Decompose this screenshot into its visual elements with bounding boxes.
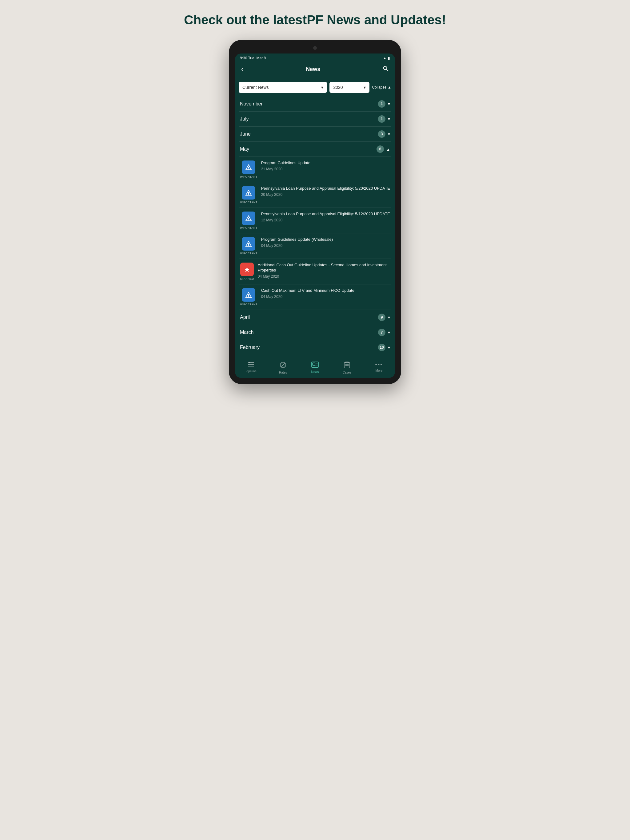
- nav-news[interactable]: News: [299, 362, 331, 374]
- news-title-5: Additional Cash Out Guideline Updates - …: [258, 262, 390, 273]
- news-icon-wrap-1: IMPORTANT: [240, 161, 258, 178]
- news-tag-4: IMPORTANT: [240, 252, 258, 255]
- nav-pipeline[interactable]: Pipeline: [235, 362, 267, 374]
- wifi-icon: ▲: [383, 56, 387, 60]
- month-february-right: 10: [378, 344, 390, 351]
- month-november-badge: 1: [378, 100, 385, 107]
- month-july-chevron: [388, 117, 390, 122]
- year-label: 2020: [333, 85, 343, 90]
- collapse-button[interactable]: Collapse: [372, 85, 391, 90]
- month-july[interactable]: July 1: [239, 112, 391, 127]
- news-item-6[interactable]: IMPORTANT Cash Out Maximum LTV and Minim…: [239, 284, 391, 310]
- year-dropdown[interactable]: 2020 ▾: [329, 82, 369, 93]
- month-may-label: May: [240, 146, 249, 152]
- device-camera: [313, 46, 317, 50]
- nav-more[interactable]: ••• More: [363, 362, 395, 374]
- rates-icon: [280, 362, 287, 370]
- news-icon-starred-5: [240, 262, 254, 276]
- news-icon: [311, 362, 319, 369]
- news-date-6: 04 May 2020: [261, 295, 390, 299]
- news-icon-important-2: [242, 186, 255, 199]
- pipeline-label: Pipeline: [245, 369, 256, 373]
- content-area: Current News ▾ 2020 ▾ Collapse November …: [235, 78, 395, 359]
- news-date-3: 12 May 2020: [261, 218, 390, 222]
- month-april-label: April: [240, 314, 250, 320]
- month-april-right: 9: [378, 314, 390, 321]
- month-november-label: November: [240, 101, 263, 107]
- month-june[interactable]: June 3: [239, 127, 391, 142]
- month-march[interactable]: March 7: [239, 325, 391, 340]
- svg-rect-25: [344, 363, 350, 368]
- nav-rates[interactable]: Rates: [267, 362, 299, 374]
- month-may-right: 6: [377, 145, 390, 153]
- svg-point-19: [283, 366, 285, 366]
- news-icon-wrap-2: IMPORTANT: [240, 186, 258, 204]
- news-title-2: Pennsylvania Loan Purpose and Appraisal …: [261, 186, 390, 191]
- news-item-5[interactable]: STARRED Additional Cash Out Guideline Up…: [239, 259, 391, 284]
- back-button[interactable]: ‹: [240, 64, 245, 74]
- svg-point-7: [248, 220, 249, 221]
- month-june-right: 3: [378, 130, 390, 138]
- news-label: News: [311, 370, 319, 374]
- news-date-1: 21 May 2020: [261, 167, 390, 171]
- category-chevron: ▾: [321, 85, 323, 90]
- category-dropdown[interactable]: Current News ▾: [239, 82, 327, 93]
- more-label: More: [375, 369, 383, 373]
- news-icon-wrap-5: STARRED: [240, 262, 254, 280]
- month-may-chevron: [386, 147, 390, 152]
- month-november[interactable]: November 1: [239, 96, 391, 112]
- news-icon-wrap-3: IMPORTANT: [240, 212, 258, 229]
- month-july-label: July: [240, 116, 249, 122]
- news-title-4: Program Guidelines Update (Wholesale): [261, 237, 390, 242]
- news-icon-important-4: [242, 237, 255, 251]
- month-march-label: March: [240, 330, 253, 335]
- month-may-badge: 6: [377, 145, 384, 153]
- svg-point-9: [248, 245, 249, 246]
- search-button[interactable]: [381, 64, 390, 74]
- svg-rect-21: [313, 363, 315, 365]
- news-item-3[interactable]: IMPORTANT Pennsylvania Loan Purpose and …: [239, 208, 391, 234]
- news-title-3: Pennsylvania Loan Purpose and Appraisal …: [261, 212, 390, 217]
- news-icon-wrap-6: IMPORTANT: [240, 288, 258, 306]
- svg-point-18: [282, 363, 282, 364]
- news-tag-1: IMPORTANT: [240, 175, 258, 178]
- month-april-chevron: [388, 315, 390, 320]
- category-label: Current News: [242, 85, 269, 90]
- year-chevron: ▾: [364, 85, 366, 90]
- battery-icon: ▮: [388, 56, 390, 60]
- collapse-label: Collapse: [372, 85, 386, 90]
- news-item-1[interactable]: IMPORTANT Program Guidelines Update 21 M…: [239, 157, 391, 182]
- cases-label: Cases: [343, 371, 351, 374]
- month-february-label: February: [240, 345, 260, 350]
- nav-cases[interactable]: Cases: [331, 362, 363, 374]
- bottom-nav: Pipeline Rates: [235, 359, 395, 378]
- news-date-4: 04 May 2020: [261, 243, 390, 248]
- news-title-6: Cash Out Maximum LTV and Minimum FICO Up…: [261, 288, 390, 293]
- filter-row: Current News ▾ 2020 ▾ Collapse: [239, 82, 391, 93]
- month-november-chevron: [388, 101, 390, 106]
- month-february[interactable]: February 10: [239, 340, 391, 355]
- news-title-1: Program Guidelines Update: [261, 161, 390, 166]
- status-time: 9:30 Tue, Mar 8: [240, 56, 266, 60]
- month-november-right: 1: [378, 100, 390, 107]
- svg-point-11: [248, 297, 249, 297]
- news-tag-2: IMPORTANT: [240, 201, 258, 204]
- more-icon: •••: [375, 362, 383, 368]
- news-item-2[interactable]: IMPORTANT Pennsylvania Loan Purpose and …: [239, 182, 391, 208]
- news-icon-wrap-4: IMPORTANT: [240, 237, 258, 255]
- news-tag-3: IMPORTANT: [240, 226, 258, 229]
- news-date-2: 20 May 2020: [261, 193, 390, 197]
- status-bar: 9:30 Tue, Mar 8 ▲ ▮: [235, 54, 395, 62]
- nav-title: News: [245, 66, 381, 73]
- news-content-5: Additional Cash Out Guideline Updates - …: [258, 262, 390, 279]
- month-may[interactable]: May 6: [239, 142, 391, 157]
- month-april[interactable]: April 9: [239, 310, 391, 325]
- screen: 9:30 Tue, Mar 8 ▲ ▮ ‹ News: [235, 54, 395, 378]
- status-icons: ▲ ▮: [383, 56, 390, 60]
- news-tag-5: STARRED: [240, 277, 254, 280]
- month-march-chevron: [388, 330, 390, 335]
- news-content-1: Program Guidelines Update 21 May 2020: [261, 161, 390, 171]
- news-icon-important-6: [242, 288, 255, 302]
- news-content-2: Pennsylvania Loan Purpose and Appraisal …: [261, 186, 390, 197]
- news-item-4[interactable]: IMPORTANT Program Guidelines Update (Who…: [239, 234, 391, 259]
